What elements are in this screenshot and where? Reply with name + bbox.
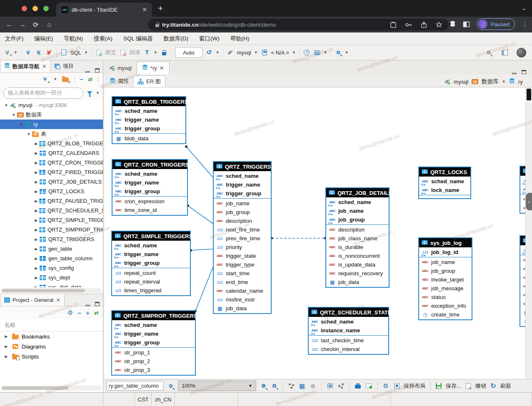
home-button[interactable]: ⌂ [42, 21, 56, 28]
status-cell-3-zh_CN[interactable]: zh_CN [152, 393, 175, 406]
auto-commit-select[interactable]: Auto [175, 47, 202, 58]
er-column-checkin_interval[interactable]: 123checkin_interval [309, 345, 388, 354]
hierarchy-view-button[interactable] [337, 382, 345, 390]
transaction-log-icon[interactable]: ↺ [205, 49, 213, 56]
er-column-requests_recovery[interactable]: ABCrequests_recovery [326, 269, 389, 278]
browser-menu-icon[interactable]: ⋮ [522, 20, 528, 28]
connection-caret-icon[interactable]: ▼ [254, 50, 258, 55]
collapsed-arrow-icon[interactable]: ▶ [33, 276, 39, 280]
er-column-trigger_name[interactable]: ABCtrigger_name [112, 250, 190, 259]
collapse-all-button[interactable]: − [80, 76, 83, 83]
expanded-arrow-icon[interactable]: ▼ [3, 103, 9, 107]
er-table-QRTZ_TRIGGERS[interactable]: QRTZ_TRIGGERS ABCsched_nameABCtrigger_na… [213, 161, 272, 314]
table-filter-input[interactable]: 输入表格名称的一部分 [3, 87, 83, 99]
expanded-arrow-icon[interactable]: ▼ [11, 113, 17, 117]
collapsed-arrow-icon[interactable]: ▶ [33, 218, 39, 222]
editor-minimize-icon[interactable] [512, 73, 517, 74]
collapsed-arrow-icon[interactable]: ▶ [33, 161, 39, 165]
share-icon[interactable] [421, 22, 427, 28]
er-table-header[interactable]: QRTZ_SCHEDULER_STATE [309, 308, 388, 317]
er-column-sched_name[interactable]: ABCsched_name [112, 169, 187, 178]
er-table-QRTZ_JOB_DETAILS[interactable]: QRTZ_JOB_DETAILS ABCsched_nameABCjob_nam… [325, 187, 390, 288]
sql-editor-caret-icon[interactable]: ▼ [84, 50, 88, 55]
session-manager-caret-icon[interactable]: ▼ [324, 50, 327, 55]
er-column-priority[interactable]: 123priority [214, 243, 271, 252]
er-table-QRTZ_SIMPROP_TRIGGERS[interactable]: QRTZ_SIMPROP_TRIGGERS ABCsched_nameABCtr… [111, 310, 196, 376]
side-panel-icon[interactable] [463, 21, 470, 27]
er-column-description[interactable]: ABCdescription [214, 217, 271, 225]
reload-button[interactable]: ⟳ [29, 21, 42, 29]
project-item-Bookmarks[interactable]: ▶ Bookmarks [0, 331, 103, 341]
active-database-select[interactable]: < N/A > [271, 50, 289, 56]
clipboard-icon[interactable] [390, 22, 396, 28]
diagram-search-input[interactable]: ry.gen_table_column [106, 381, 164, 391]
er-column-end_time[interactable]: 123end_time [214, 278, 271, 286]
er-table-header[interactable]: QRTZ_CRON_TRIGGERS [112, 160, 187, 169]
editor-tab-ry[interactable]: *ry ✕ [137, 62, 170, 74]
browser-tab[interactable]: <t> db-client - TitanIDE ✕ [56, 2, 152, 17]
tab-search-chevron-icon[interactable]: ⌄ [522, 5, 526, 11]
save-icon[interactable] [435, 382, 442, 390]
minimize-view-icon[interactable] [85, 71, 90, 72]
er-column-sched_name[interactable]: ABCsched_name [112, 241, 190, 250]
minimize-window-button[interactable] [32, 6, 38, 11]
sql-editor-icon[interactable] [60, 49, 67, 56]
collapsed-arrow-icon[interactable]: ▶ [33, 237, 39, 242]
collapsed-arrow-icon[interactable]: ▶ [3, 354, 9, 359]
er-table-header[interactable]: QRTZ_TRIGGERS [214, 162, 271, 171]
er-column-sched_name[interactable]: ABCsched_name [419, 177, 470, 186]
er-column-partial[interactable]: 123 [520, 176, 525, 185]
expanded-arrow-icon[interactable]: ▼ [26, 132, 32, 136]
er-column-job_group[interactable]: ABCjob_group [326, 215, 389, 224]
tree-horizontal-scrollbar[interactable] [2, 288, 101, 293]
refresh-button[interactable]: 刷新 [500, 382, 511, 390]
er-column-partial[interactable]: ABC [520, 256, 525, 264]
collapsed-arrow-icon[interactable]: ▶ [33, 285, 39, 288]
er-column-calendar_name[interactable]: ABCcalendar_name [214, 286, 271, 295]
menu-item-2[interactable]: 导航(N) [64, 35, 83, 42]
project-item-Diagrams[interactable]: ▶ Diagrams [0, 341, 103, 351]
er-column-job_name[interactable]: ABCjob_name [419, 258, 472, 267]
diagram-settings-button[interactable]: ⚙ [382, 382, 390, 390]
nav-connection-caret-icon[interactable]: ▼ [53, 77, 57, 81]
project-settings-gear-icon[interactable]: ⚙ [67, 309, 73, 316]
er-column-repeat_interval[interactable]: 123repeat_interval [112, 277, 190, 286]
er-column-partial[interactable]: 123 [520, 246, 525, 254]
editor-tab-mysql[interactable]: mysql [104, 62, 137, 74]
filter-funnel-icon[interactable] [86, 89, 93, 97]
tree-node-数据库[interactable]: ▼ 数据库 [0, 110, 103, 120]
er-column-job_class_name[interactable]: ABCjob_class_name [326, 234, 389, 243]
nav-new-connection-button[interactable]: + [41, 75, 49, 83]
expanded-arrow-icon[interactable]: ▼ [18, 122, 24, 127]
er-column-start_time[interactable]: 123start_time [214, 269, 271, 278]
er-column-trigger_name[interactable]: ABCtrigger_name [112, 178, 187, 187]
er-column-is_durable[interactable]: ABCis_durable [326, 243, 389, 252]
er-column-partial[interactable]: ◷ [520, 317, 525, 326]
collapsed-arrow-icon[interactable]: ▶ [33, 170, 39, 174]
er-table-partial[interactable]: 123ABC ABCABC [520, 166, 525, 214]
er-column-trigger_name[interactable]: ABCtrigger_name [112, 329, 195, 338]
er-column-trigger_group[interactable]: ABCtrigger_group [112, 124, 185, 133]
tree-node-表[interactable]: ▼ 表 [0, 129, 103, 139]
er-column-trigger_type[interactable]: ABCtrigger_type [214, 260, 271, 269]
er-table-header[interactable] [520, 236, 525, 245]
reconnect-button[interactable] [35, 49, 42, 56]
tree-node-QRTZ_FIRED_TRIGGERS[interactable]: ▶ QRTZ_FIRED_TRIGGERS [0, 167, 103, 177]
bookmark-star-icon[interactable] [436, 22, 442, 27]
er-column-is_update_data[interactable]: ABCis_update_data [326, 260, 389, 269]
sql-editor-label[interactable]: SQL [70, 50, 81, 56]
er-table-header[interactable]: QRTZ_LOCKS [419, 167, 470, 177]
er-column-partial[interactable]: ABC [520, 204, 525, 212]
window-controls[interactable] [22, 6, 49, 11]
er-table-partial[interactable]: 123 ABCABCABCABCABCABC▦◷ [520, 235, 525, 327]
tree-node-sys_config[interactable]: ▶ sys_config [0, 263, 103, 273]
er-column-job_data[interactable]: ▦job_data [326, 278, 389, 286]
disconnect-button[interactable] [45, 49, 53, 56]
tree-node-gen_table[interactable]: ▶ gen_table [0, 244, 103, 254]
new-connection-button[interactable]: + [3, 49, 11, 56]
er-column-partial[interactable]: ABC [520, 291, 525, 299]
er-column-sched_name[interactable]: ABCsched_name [112, 321, 195, 329]
er-table-header[interactable]: QRTZ_SIMPLE_TRIGGERS [112, 232, 190, 241]
er-table-header[interactable]: QRTZ_SIMPROP_TRIGGERS [112, 311, 195, 320]
crumb-caret-icon[interactable]: ▼ [502, 80, 506, 84]
